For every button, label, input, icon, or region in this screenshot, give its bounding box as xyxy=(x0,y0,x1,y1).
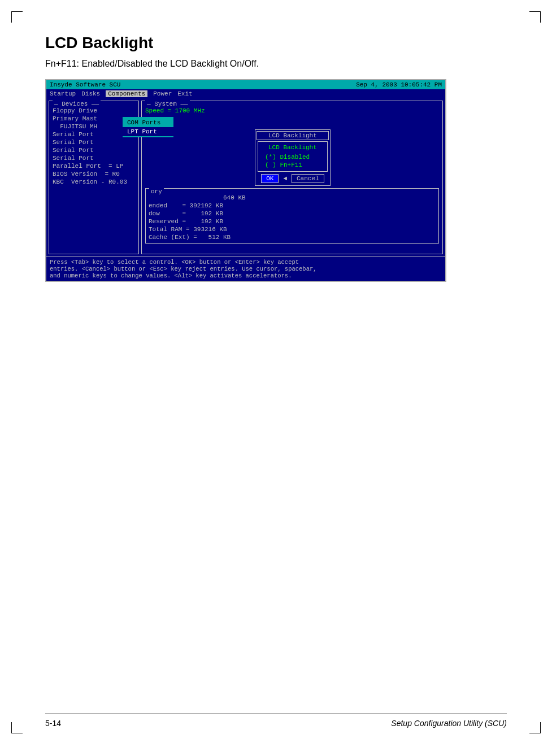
lcd-backlight-dialog[interactable]: LCD Backlight LCD Backlight (*) Disabled… xyxy=(255,129,331,186)
system-items: Speed = 1700 MHz xyxy=(144,107,440,115)
devices-panel: — Devices —— Floppy Drive Primary Mast F… xyxy=(49,101,139,254)
status-line-3: and numeric keys to change values. <Alt>… xyxy=(50,272,442,279)
mem-base: 640 KB xyxy=(147,194,437,202)
device-kbc: KBC Version - R0.03 xyxy=(51,178,136,186)
mem-shadow: dow = 192 KB xyxy=(147,210,437,218)
footer-title: Setup Configuration Utility (SCU) xyxy=(391,719,507,728)
page-title: LCD Backlight xyxy=(45,34,507,52)
components-dropdown[interactable]: COM Ports LPT Port xyxy=(123,117,173,137)
device-serial4: Serial Port xyxy=(51,154,136,162)
lcd-option-fn-f11[interactable]: ( ) Fn+F11 xyxy=(264,161,321,169)
bios-menu-bar[interactable]: Startup Disks Components Power Exit xyxy=(46,89,445,98)
lcd-dialog-inner-title: LCD Backlight xyxy=(264,144,321,151)
corner-mark-tl xyxy=(11,11,23,23)
mem-reserved: Reserved = 192 KB xyxy=(147,218,437,225)
ok-button[interactable]: OK xyxy=(261,174,279,183)
lcd-dialog-outer-title: LCD Backlight xyxy=(257,131,329,140)
dropdown-com-ports[interactable]: COM Ports xyxy=(123,118,173,127)
system-speed: Speed = 1700 MHz xyxy=(144,107,440,115)
page-container: LCD Backlight Fn+F11: Enabled/Disabled t… xyxy=(0,0,552,756)
device-bios: BIOS Version = R0 xyxy=(51,170,136,178)
lcd-dialog-inner: LCD Backlight (*) Disabled ( ) Fn+F11 xyxy=(258,141,328,172)
lcd-option-disabled[interactable]: (*) Disabled xyxy=(264,153,321,161)
devices-panel-title: — Devices —— xyxy=(53,101,101,107)
menu-components[interactable]: Components xyxy=(106,90,147,97)
bios-body: — Devices —— Floppy Drive Primary Mast F… xyxy=(46,98,445,257)
status-line-2: entries. <Cancel> button or <Esc> key re… xyxy=(50,266,442,272)
page-footer: 5-14 Setup Configuration Utility (SCU) xyxy=(45,714,507,728)
device-parallel: Parallel Port = LP xyxy=(51,162,136,170)
bios-title-left: Insyde Software SCU xyxy=(50,81,120,88)
corner-mark-tr xyxy=(529,11,541,23)
dropdown-lpt-port[interactable]: LPT Port xyxy=(123,127,173,136)
device-serial2: Serial Port xyxy=(51,138,136,146)
menu-exit[interactable]: Exit xyxy=(177,90,192,97)
device-floppy: Floppy Drive xyxy=(51,107,136,115)
corner-mark-br xyxy=(529,722,541,733)
mem-extended: ended = 392192 KB xyxy=(147,202,437,210)
mem-cache: Cache (Ext) = 512 KB xyxy=(147,233,437,241)
cancel-button[interactable]: Cancel xyxy=(292,174,324,183)
corner-mark-bl xyxy=(11,722,23,733)
bios-status-bar: Press <Tab> key to select a control. <OK… xyxy=(46,257,445,281)
footer-page-number: 5-14 xyxy=(45,719,61,728)
memory-panel-title: ory xyxy=(149,188,164,195)
memory-items: 640 KB ended = 392192 KB dow = 192 KB Re… xyxy=(147,194,437,241)
system-panel-title: — System —— xyxy=(145,101,190,107)
memory-panel: ory 640 KB ended = 392192 KB dow = 192 K… xyxy=(145,188,439,244)
system-panel: — System —— Speed = 1700 MHz LCD Backlig… xyxy=(141,101,443,254)
page-subtitle: Fn+F11: Enabled/Disabled the LCD Backlig… xyxy=(45,59,507,69)
menu-disks[interactable]: Disks xyxy=(81,90,100,97)
menu-startup[interactable]: Startup xyxy=(50,90,76,97)
mem-total: Total RAM = 393216 KB xyxy=(147,225,437,233)
menu-power[interactable]: Power xyxy=(153,90,172,97)
bios-screen: Insyde Software SCU Sep 4, 2003 10:05:42… xyxy=(45,79,446,282)
device-serial3: Serial Port xyxy=(51,146,136,154)
status-line-1: Press <Tab> key to select a control. <OK… xyxy=(50,259,442,266)
bios-title-bar: Insyde Software SCU Sep 4, 2003 10:05:42… xyxy=(46,80,445,89)
dialog-buttons: OK ◄ Cancel xyxy=(258,174,328,183)
bios-title-right: Sep 4, 2003 10:05:42 PM xyxy=(356,81,442,88)
